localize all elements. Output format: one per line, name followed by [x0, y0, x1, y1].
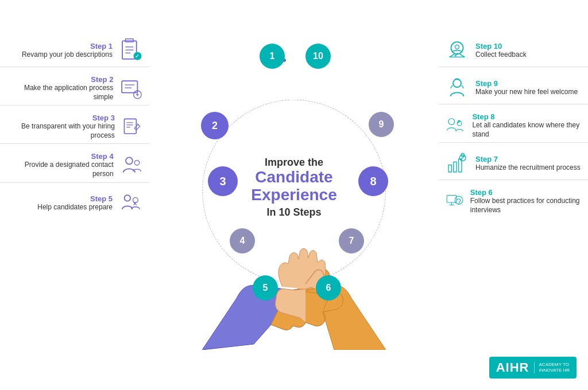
list-item: Step 3 Be transparent with your hiring p… [0, 110, 149, 144]
step9-icon [444, 75, 470, 100]
step-description: Make the application process simple [6, 84, 113, 102]
bubble-8: 8 [358, 166, 388, 196]
bubble-7: 7 [339, 228, 364, 253]
bubble-label: 10 [313, 51, 323, 61]
main-container: Step 1 Revamp your job descriptions ✓ St… [0, 0, 588, 390]
list-item: Step 5 Help candidates prepare [0, 188, 149, 220]
svg-point-27 [457, 121, 462, 126]
improve-text: Improve the [237, 157, 351, 169]
bubble-10: 10 [305, 44, 331, 69]
list-item: Step 9 Make your new hire feel welcome [439, 72, 588, 104]
center-area: Improve the Candidate Experience In 10 S… [149, 0, 439, 390]
step-number: Step 10 [475, 42, 527, 50]
step-description: Collect feedback [475, 50, 527, 60]
svg-point-18 [126, 158, 133, 165]
steps-text: In 10 Steps [237, 206, 351, 219]
step-description: Follow best practices for conducting int… [470, 197, 582, 214]
svg-rect-29 [454, 162, 457, 173]
step8-icon [444, 113, 466, 138]
bubble-5: 5 [253, 275, 278, 301]
bubble-2: 2 [201, 112, 229, 139]
svg-point-36 [458, 204, 459, 205]
aihr-tagline: ACADEMY TO INNOVATE HR [534, 362, 570, 374]
step-text: Step 9 Make your new hire feel welcome [475, 79, 578, 97]
step-text: Step 3 Be transparent with your hiring p… [6, 114, 115, 140]
svg-point-35 [455, 196, 463, 204]
bubble-label: 6 [326, 283, 331, 293]
bubble-label: 8 [370, 175, 376, 188]
list-item: Step 7 Humanize the recruitment process [439, 147, 588, 180]
step-description: Let all candidates know where they stand [472, 121, 582, 139]
svg-text:✓: ✓ [135, 53, 140, 59]
step-text: Step 7 Humanize the recruitment process [475, 155, 581, 173]
list-item: Step 1 Revamp your job descriptions ✓ [0, 34, 149, 67]
step-text: Step 1 Revamp your job descriptions [22, 42, 113, 60]
step-description: Revamp your job descriptions [22, 50, 113, 60]
svg-point-22 [451, 42, 463, 54]
svg-point-23 [455, 45, 459, 49]
step-text: Step 10 Collect feedback [475, 42, 527, 60]
step-text: Step 8 Let all candidates know where the… [472, 112, 582, 139]
bubble-label: 2 [212, 120, 218, 132]
step4-icon [119, 153, 144, 178]
step-text: Step 5 Help candidates prepare [37, 194, 113, 212]
bubble-6: 6 [316, 275, 341, 301]
left-steps-panel: Step 1 Revamp your job descriptions ✓ St… [0, 34, 149, 224]
right-steps-panel: Step 10 Collect feedback Step 9 Make you… [439, 34, 588, 223]
step10-icon [444, 38, 470, 63]
svg-rect-13 [124, 119, 136, 134]
list-item: Step 10 Collect feedback [439, 34, 588, 67]
candidate-text: Candidate [237, 169, 351, 186]
svg-rect-28 [448, 165, 451, 172]
handshake-illustration [191, 218, 397, 350]
list-item: Step 4 Provide a designated contact pers… [0, 149, 149, 182]
bubble-1: 1 [260, 44, 285, 69]
svg-point-20 [125, 195, 131, 201]
step-number: Step 6 [470, 188, 582, 197]
bubble-4: 4 [230, 228, 255, 253]
svg-point-21 [133, 197, 138, 202]
step-number: Step 8 [472, 112, 582, 121]
list-item: Step 6 Follow best practices for conduct… [439, 185, 588, 218]
step-number: Step 2 [6, 75, 113, 84]
aihr-logo: AIHR ACADEMY TO INNOVATE HR [489, 357, 577, 379]
step-description: Humanize the recruitment process [475, 163, 581, 173]
bubble-label: 5 [263, 283, 268, 293]
svg-point-26 [448, 119, 455, 125]
bubble-label: 3 [219, 175, 226, 188]
step-description: Be transparent with your hiring process [6, 122, 115, 140]
step-description: Make your new hire feel welcome [475, 88, 578, 97]
step-number: Step 1 [22, 42, 113, 50]
step1-icon: ✓ [118, 38, 144, 63]
aihr-brand: AIHR [496, 360, 529, 375]
list-item: Step 2 Make the application process simp… [0, 72, 149, 106]
step-text: Step 6 Follow best practices for conduct… [470, 188, 582, 214]
step-text: Step 2 Make the application process simp… [6, 75, 113, 102]
center-title: Improve the Candidate Experience In 10 S… [237, 157, 351, 219]
bubble-label: 1 [270, 51, 275, 61]
step-description: Provide a designated contact person [6, 161, 114, 178]
experience-text: Experience [237, 186, 351, 204]
step-number: Step 5 [37, 194, 113, 203]
bubble-3: 3 [208, 166, 238, 196]
bubble-label: 4 [240, 236, 245, 246]
step6-icon [444, 189, 465, 214]
svg-point-19 [134, 161, 139, 165]
bubble-9: 9 [369, 112, 394, 137]
step5-icon [118, 191, 144, 216]
step-description: Help candidates prepare [37, 203, 113, 212]
step3-icon [121, 114, 144, 139]
step-number: Step 9 [475, 79, 578, 88]
list-item: Step 8 Let all candidates know where the… [439, 109, 588, 143]
bubble-label: 9 [379, 119, 384, 130]
step-text: Step 4 Provide a designated contact pers… [6, 152, 114, 178]
svg-rect-7 [122, 81, 137, 92]
step-number: Step 7 [475, 155, 581, 163]
bubble-label: 7 [349, 236, 354, 246]
step-number: Step 3 [6, 114, 115, 122]
svg-point-25 [453, 79, 461, 87]
step7-icon [444, 151, 470, 176]
step2-icon [119, 76, 144, 101]
step-number: Step 4 [6, 152, 114, 161]
